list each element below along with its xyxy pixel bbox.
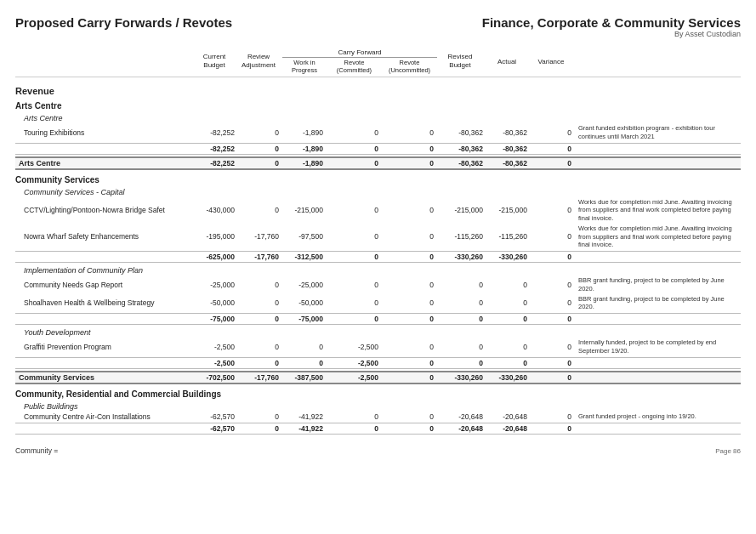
notes-touring: Grant funded exhibition program - exhibi… <box>575 124 741 141</box>
page-header: Proposed Carry Forwards / Revotes Financ… <box>15 15 741 38</box>
section-community-services: Community Services <box>15 175 741 185</box>
cell-gp-actual: 0 <box>486 343 531 351</box>
cell-touring-variance: 0 <box>531 128 575 137</box>
carry-forward-sub: Work in Progress Revote (Committed) Revo… <box>282 59 437 74</box>
carry-forward-group: Carry Forward Work in Progress Revote (C… <box>282 48 437 74</box>
cell-sh-committed: 0 <box>327 298 382 307</box>
label-graffiti: Graffiti Prevention Program <box>15 343 194 351</box>
row-aircon: Community Centre Air-Con Installations -… <box>15 412 741 422</box>
cell-total-ac-uncommitted: 0 <box>382 159 437 168</box>
section-revenue: Revenue <box>15 86 741 96</box>
cell-gp-review: 0 <box>238 343 282 351</box>
cell-sub-yd-wip: 0 <box>282 359 327 367</box>
cell-ac-review: 0 <box>238 412 282 421</box>
section-arts-centre: Arts Centre <box>15 101 741 111</box>
cell-touring-committed: 0 <box>327 128 382 137</box>
cell-sub-pb-wip: -41,922 <box>282 424 327 433</box>
cell-gp-uncommitted: 0 <box>382 343 437 351</box>
column-header-row: CurrentBudget ReviewAdjustment Carry For… <box>15 45 741 75</box>
row-graffiti: Graffiti Prevention Program -2,500 0 0 -… <box>15 338 741 356</box>
cell-cn-actual: 0 <box>486 281 531 289</box>
notes-sh: BBR grant funding, project to be complet… <box>575 295 741 312</box>
cell-ac-committed: 0 <box>327 412 382 421</box>
cell-nw-revised: -115,260 <box>437 232 486 241</box>
cell-total-ac-committed: 0 <box>327 159 382 168</box>
cell-sub-icp-uncommitted: 0 <box>382 315 437 323</box>
col-variance: Variance <box>531 58 575 65</box>
header-divider <box>15 77 741 77</box>
total-arts-centre: Arts Centre -82,252 0 -1,890 0 0 -80,362… <box>15 156 741 170</box>
row-cctv: CCTV/Lighting/Pontoon-Nowra Bridge Safet… <box>15 197 741 224</box>
cell-ac-actual: -20,648 <box>486 412 531 421</box>
cell-sub-icp-revised: 0 <box>437 315 486 323</box>
cell-cn-uncommitted: 0 <box>382 281 437 289</box>
cell-sub-icp-committed: 0 <box>327 315 382 323</box>
cell-total-cs-revised: -330,260 <box>437 373 486 382</box>
cell-sub-yd-current: -2,500 <box>194 359 238 367</box>
cell-sub-pb-review: 0 <box>238 424 282 433</box>
label-aircon: Community Centre Air-Con Installations <box>15 412 194 421</box>
col-review-adj: ReviewAdjustment <box>238 53 282 71</box>
cell-gp-current: -2,500 <box>194 343 238 351</box>
cell-total-cs-committed: -2,500 <box>327 373 382 382</box>
label-touring-exhibitions: Touring Exhibitions <box>15 128 194 137</box>
subtotal-youth: -2,500 0 0 -2,500 0 0 0 0 <box>15 357 741 369</box>
cell-sub-pb-actual: -20,648 <box>486 424 531 433</box>
footer: Community = Page 86 <box>15 441 741 455</box>
cell-sub-csc-revised: -330,260 <box>437 253 486 261</box>
page-title-right: Finance, Corporate & Community Services … <box>482 15 741 38</box>
cell-total-cs-uncommitted: 0 <box>382 373 437 382</box>
cell-cctv-wip: -215,000 <box>282 206 327 214</box>
cell-total-cs-review: -17,760 <box>238 373 282 382</box>
cell-sub-ac-current: -82,252 <box>194 145 238 153</box>
cell-sub-csc-review: -17,760 <box>238 253 282 261</box>
subgroup-youth-development: Youth Development <box>15 328 741 337</box>
cell-sub-csc-committed: 0 <box>327 253 382 261</box>
cell-total-ac-review: 0 <box>238 159 282 168</box>
subgroup-public-buildings: Public Buildings <box>15 402 741 411</box>
row-nowra-wharf: Nowra Wharf Safety Enhancements -195,000… <box>15 224 741 250</box>
cell-sub-pb-variance: 0 <box>531 424 575 433</box>
cell-sub-ac-review: 0 <box>238 145 282 153</box>
cell-sub-icp-review: 0 <box>238 315 282 323</box>
cf-work-in-progress: Work in Progress <box>282 59 327 74</box>
cell-touring-uncommitted: 0 <box>382 128 437 137</box>
cell-total-ac-actual: -80,362 <box>486 159 531 168</box>
cell-sub-csc-wip: -312,500 <box>282 253 327 261</box>
total-community-services: Community Services -702,500 -17,760 -387… <box>15 371 741 384</box>
cell-sub-icp-current: -75,000 <box>194 315 238 323</box>
right-sub-title: By Asset Custodian <box>482 30 741 38</box>
cell-gp-wip: 0 <box>282 343 327 351</box>
label-community-needs: Community Needs Gap Report <box>15 281 194 289</box>
cell-total-cs-variance: 0 <box>531 373 575 382</box>
cell-cctv-actual: -215,000 <box>486 206 531 214</box>
cell-nw-actual: -115,260 <box>486 232 531 241</box>
cell-sub-ac-committed: 0 <box>327 145 382 153</box>
cell-sub-csc-variance: 0 <box>531 253 575 261</box>
cell-ac-current: -62,570 <box>194 412 238 421</box>
cell-sub-yd-uncommitted: 0 <box>382 359 437 367</box>
cell-touring-current: -82,252 <box>194 128 238 137</box>
cell-cn-current: -25,000 <box>194 281 238 289</box>
cell-nw-wip: -97,500 <box>282 232 327 241</box>
cell-ac-uncommitted: 0 <box>382 412 437 421</box>
notes-ac: Grant funded project - ongoing into 19/2… <box>575 412 741 421</box>
cell-total-cs-current: -702,500 <box>194 373 238 382</box>
cell-sub-csc-actual: -330,260 <box>486 253 531 261</box>
subgroup-cs-capital: Community Services - Capital <box>15 188 741 196</box>
notes-gp: Internally funded, project to be complet… <box>575 338 741 355</box>
subtotal-public-buildings: -62,570 0 -41,922 0 0 -20,648 -20,648 0 <box>15 423 741 435</box>
cell-touring-actual: -80,362 <box>486 128 531 137</box>
cell-total-ac-variance: 0 <box>531 159 575 168</box>
cell-touring-revised: -80,362 <box>437 128 486 137</box>
cell-sh-uncommitted: 0 <box>382 298 437 307</box>
cell-gp-revised: 0 <box>437 343 486 351</box>
cell-total-ac-revised: -80,362 <box>437 159 486 168</box>
cell-sub-pb-current: -62,570 <box>194 424 238 433</box>
cell-cn-wip: -25,000 <box>282 281 327 289</box>
cell-cctv-committed: 0 <box>327 206 382 214</box>
cell-cn-review: 0 <box>238 281 282 289</box>
label-total-cs: Community Services <box>15 373 194 382</box>
cell-sub-ac-revised: -80,362 <box>437 145 486 153</box>
cell-sub-ac-variance: 0 <box>531 145 575 153</box>
